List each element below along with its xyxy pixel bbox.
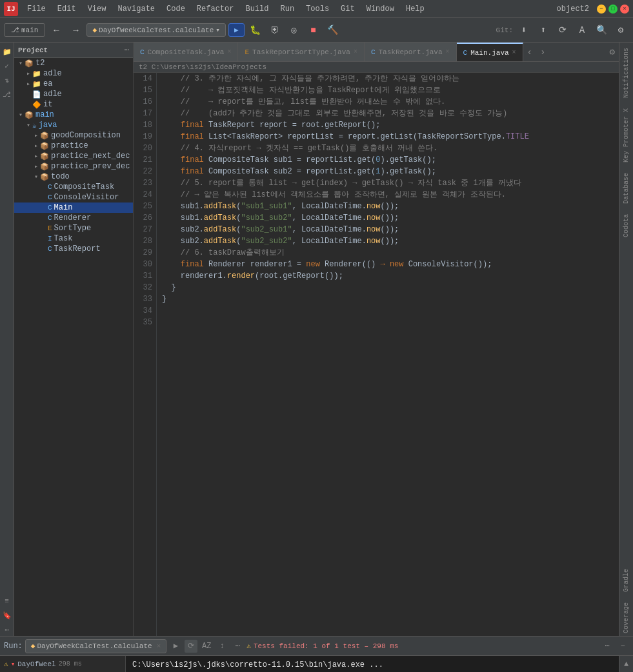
run-config-tab[interactable]: ◆ DayOfWeekCalcTest.calculate × [25,639,166,653]
tree-item-goodComp[interactable]: ▸ 📦 goodComposition [14,130,133,141]
tree-item-renderer[interactable]: C Renderer [14,213,133,223]
sidebar-more-icon[interactable]: ⋯ [1,623,14,636]
tab-close-run[interactable]: × [157,642,161,650]
sidebar-key-promoter[interactable]: Key Promoter X [621,106,631,165]
sort-btn[interactable]: ↕ [216,640,228,653]
menu-git[interactable]: Git [336,3,360,15]
bottom-content: ⚠ ▾ DayOfWeel 298 ms ⚠ calculat 298 ms C… [0,656,633,672]
sidebar-notifications[interactable]: Notifications [621,45,631,101]
class-icon: C [48,214,52,222]
main-toolbar: ⎇ main ← → ◆ DayOfWeekCalcTest.calculate… [0,18,633,43]
tree-item-adle1[interactable]: ▸ 📁 adle [14,68,133,79]
sidebar-git-icon[interactable]: ⎇ [1,88,14,101]
git-fetch[interactable]: ⬇ [516,22,532,39]
tab-close-taskreportsorttype[interactable]: × [354,48,357,55]
tree-item-main[interactable]: ▾ 📦 main [14,110,133,120]
menu-help[interactable]: Help [401,3,430,15]
tree-item-composite[interactable]: C CompositeTask [14,182,133,192]
right-sidebar: Notifications Key Promoter X Database Co… [619,43,633,636]
code-content[interactable]: // 3. 추가한 자식에, 그 자식들을 추가하려면, 추가한 자식을 얻어야… [157,73,619,636]
profile-button[interactable]: ◎ [286,22,303,39]
expand-icon: ▾ [32,173,40,181]
toolbar-navigate-back[interactable]: ← [48,22,65,39]
rerun-btn[interactable]: ⟳ [185,640,197,653]
tree-item-practice-next[interactable]: ▸ 📦 practice_next_dec [14,151,133,161]
tree-item-taskreport[interactable]: C TaskReport [14,244,133,254]
run-button[interactable]: ▶ [228,23,245,37]
menu-window[interactable]: Window [361,3,399,15]
build-button[interactable]: 🔨 [325,22,341,39]
sidebar-gradle[interactable]: Gradle [621,566,631,595]
sidebar-codota[interactable]: Codota [621,212,631,240]
translate-btn[interactable]: A [574,22,590,39]
tab-main[interactable]: C Main.java × [457,43,523,62]
console-output[interactable]: C:\Users\is2js\.jdks\corretto-11.0.15\bi… [126,656,619,672]
test-item-calculat[interactable]: ⚠ calculat 298 ms [0,669,125,672]
tree-item-ea[interactable]: ▸ 📁 ea [14,79,133,89]
tree-item-label: adle [43,90,62,99]
branch-selector[interactable]: ⎇ main [4,23,45,37]
run-again-btn[interactable]: ▶ [169,640,182,653]
debug-button[interactable]: 🐛 [247,22,264,39]
sidebar-commit-icon[interactable]: ✓ [1,59,14,72]
test-item-dayofweel[interactable]: ⚠ ▾ DayOfWeel 298 ms [0,658,125,669]
settings-btn[interactable]: ⚙ [612,22,629,39]
tab-nav-right[interactable]: › [536,47,549,57]
tree-item-java[interactable]: ▾ ☕ java [14,120,133,130]
menu-build[interactable]: Build [240,3,274,15]
sidebar-structure-icon[interactable]: ≡ [1,595,14,608]
tree-item-adle2[interactable]: 📄 adle [14,89,133,99]
tree-item-practice-prev[interactable]: ▸ 📦 practice_prev_dec [14,161,133,172]
close-button[interactable]: × [620,5,629,14]
tab-icon: C [371,48,376,56]
filter-btn[interactable]: AZ [200,640,213,653]
test-item-time: 298 ms [59,660,82,667]
tab-nav-left[interactable]: ‹ [523,47,536,57]
run-panel-menu[interactable]: ⋯ [601,640,614,653]
minimize-button[interactable]: − [597,5,606,14]
tab-close-compositetask[interactable]: × [227,48,231,55]
tab-settings[interactable]: ⚙ [606,46,619,57]
tree-item-practice[interactable]: ▸ 📦 practice [14,141,133,151]
sidebar-database[interactable]: Database [621,170,631,206]
tab-close-main[interactable]: × [512,49,516,56]
tree-item-todo[interactable]: ▾ 📦 todo [14,172,133,182]
menu-refactor[interactable]: Refactor [192,3,239,15]
menu-edit[interactable]: Edit [52,3,81,15]
menu-tools[interactable]: Tools [301,3,334,15]
sidebar-bookmarks-icon[interactable]: 🔖 [1,609,14,622]
tab-compositetask[interactable]: C CompositeTask.java × [134,43,238,62]
tree-item-console[interactable]: C ConsoleVisitor [14,192,133,203]
tab-taskreport[interactable]: C TaskReport.java × [365,43,457,62]
run-config-selector[interactable]: ◆ DayOfWeekCalcTest.calculate ▾ [86,23,225,37]
toolbar-navigate-fwd[interactable]: → [67,22,84,39]
maximize-button[interactable]: □ [608,5,618,14]
coverage-button[interactable]: ⛨ [266,22,283,39]
sidebar-pull-requests-icon[interactable]: ⇅ [1,74,14,86]
more-run-btn[interactable]: ⋯ [231,640,244,653]
line-numbers: 14151617 18192021 22232425 26272829 3031… [134,73,157,636]
git-history[interactable]: ⟳ [554,22,571,39]
tree-item-root[interactable]: ▾ 📦 t2 [14,58,133,68]
tree-item-task[interactable]: I Task [14,233,133,244]
test-status-badge: ⚠ Tests failed: 1 of 1 test – 298 ms [246,642,398,650]
search-btn[interactable]: 🔍 [593,22,610,39]
tab-close-taskreport[interactable]: × [446,48,450,55]
tree-item-sorttype[interactable]: E SortType [14,223,133,233]
menu-navigate[interactable]: Navigate [112,3,160,15]
menu-file[interactable]: File [22,3,51,15]
tab-taskreportsorttype[interactable]: E TaskReportSortType.java × [238,43,364,62]
sidebar-coverage[interactable]: Coverage [621,600,631,636]
menu-run[interactable]: Run [275,3,299,15]
run-panel-minimize[interactable]: − [616,640,629,653]
tree-header-menu[interactable]: ⋯ [125,45,129,55]
tree-item-it[interactable]: 🔶 it [14,99,133,110]
git-push[interactable]: ⬆ [535,22,552,39]
code-editor[interactable]: 14151617 18192021 22232425 26272829 3031… [134,73,619,636]
tree-item-main-class[interactable]: C Main [14,203,133,213]
scroll-up-btn[interactable]: ▲ [621,658,632,670]
stop-button[interactable]: ■ [305,22,322,39]
menu-code[interactable]: Code [161,3,190,15]
menu-view[interactable]: View [83,3,112,15]
sidebar-project-icon[interactable]: 📁 [1,45,14,58]
